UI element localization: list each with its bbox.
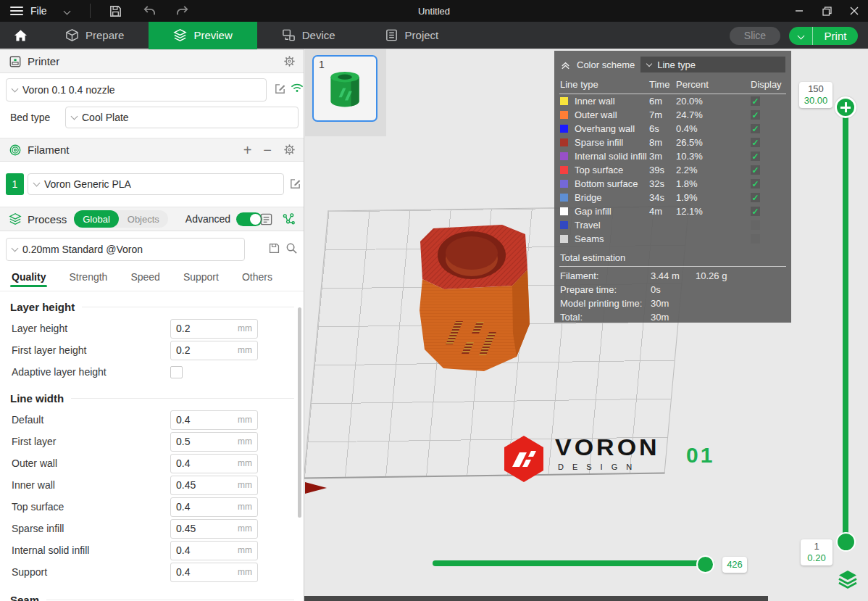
plate-thumbnail[interactable]: 1 [312,55,377,122]
restore-button[interactable] [813,0,840,22]
tab-project[interactable]: Project [360,22,464,49]
print-button[interactable]: Print [813,27,858,45]
display-checkbox[interactable]: ✓ [751,110,760,120]
filament-slot-badge[interactable]: 1 [6,173,24,195]
add-filament-button[interactable]: + [243,143,252,157]
print-dropdown-chevron-icon[interactable] [789,27,813,45]
setting-input[interactable]: 0.45mm [170,519,258,539]
display-checkbox[interactable]: ✓ [751,152,760,161]
total-value: 30m [651,298,696,309]
close-button[interactable] [840,0,868,22]
step-slider-value-bubble: 426 [722,557,747,573]
undo-icon[interactable] [141,3,157,19]
setting-row: Sparse infill0.45mm [0,518,304,539]
tab-others[interactable]: Others [242,267,272,283]
line-type-percent: 10.3% [676,151,751,162]
filament-settings-gear-icon[interactable] [283,144,296,156]
process-flow-icon[interactable] [282,212,296,226]
line-type-swatch [560,125,568,133]
save-icon[interactable] [108,3,124,19]
printer-section-header: Printer [0,49,304,73]
display-checkbox[interactable]: ✓ [751,193,760,202]
home-button[interactable] [0,29,41,42]
tab-prepare[interactable]: Prepare [41,22,149,49]
minimize-button[interactable] [785,0,813,22]
display-checkbox[interactable]: ✓ [751,138,760,147]
slice-button[interactable]: Slice [730,27,780,45]
total-value: 3.44 m [651,270,696,281]
line-type-time: 32s [649,178,676,189]
tab-strength[interactable]: Strength [69,267,107,283]
legend-row: Seams [560,232,785,246]
line-type-swatch [560,235,568,243]
setting-label: Inner wall [12,479,55,491]
setting-checkbox[interactable] [170,366,183,378]
process-scope-toggle: Global Objects [74,210,168,228]
tab-quality[interactable]: Quality [12,267,46,283]
layer-slider-top-handle[interactable] [835,96,856,118]
setting-input[interactable]: 0.4mm [170,410,258,430]
setting-input[interactable]: 0.4mm [170,541,258,560]
tab-preview[interactable]: Preview [149,22,256,49]
display-checkbox[interactable]: ✓ [751,207,760,216]
total-label: Model printing time: [560,298,651,309]
layer-slider-track[interactable] [843,107,848,542]
sidebar: Printer Voron 0.1 0.4 nozzle Bed type Co… [0,49,304,601]
setting-input[interactable]: 0.4mm [170,497,258,517]
step-slider-handle[interactable] [696,555,714,573]
line-type-label: Outer wall [575,109,649,120]
bed-type-select[interactable]: Cool Plate [65,107,299,128]
file-menu[interactable]: File [30,5,47,17]
total-label: Total: [560,312,651,323]
setting-input[interactable]: 0.45mm [170,476,258,495]
scope-global-button[interactable]: Global [74,210,119,228]
display-checkbox[interactable]: ✓ [751,179,760,188]
setting-label: Adaptive layer height [12,366,107,378]
remove-filament-button[interactable]: − [263,143,272,157]
line-type-time: 6s [649,123,676,134]
search-preset-icon[interactable] [285,242,298,254]
parameter-table-icon[interactable] [259,212,273,226]
setting-input[interactable]: 0.4mm [170,454,258,473]
setting-row: First layer height0.2mm [0,339,304,361]
group-title-partial: Seam [10,592,294,601]
slicer-window: File Untitled [0,0,868,601]
settings-scrollbar[interactable] [298,307,301,518]
legend-row: Bottom surface32s1.8%✓ [560,177,785,191]
printer-edit-icon[interactable] [274,83,286,95]
filament-edit-icon[interactable] [289,178,301,190]
redo-icon[interactable] [175,3,191,19]
display-checkbox[interactable]: ✓ [751,124,760,133]
line-type-time: 34s [649,192,676,203]
display-checkbox[interactable]: ✓ [751,165,760,175]
advanced-toggle[interactable] [236,212,262,226]
scope-objects-button[interactable]: Objects [119,210,168,228]
menu-icon[interactable] [10,7,23,15]
printer-settings-gear-icon[interactable] [283,55,296,67]
process-preset-select[interactable]: 0.20mm Standard @Voron [6,238,245,261]
line-type-swatch [560,111,568,119]
color-scheme-select[interactable]: Line type [640,57,785,72]
filament-preset-select[interactable]: Voron Generic PLA [28,173,284,195]
setting-label: Internal solid infill [12,544,89,556]
layers-view-button[interactable] [838,570,858,589]
printer-preset-select[interactable]: Voron 0.1 0.4 nozzle [6,78,267,101]
display-checkbox[interactable] [751,234,760,244]
collapse-panel-icon[interactable] [560,59,571,70]
setting-input[interactable]: 0.4mm [170,563,258,582]
tab-device[interactable]: Device [257,22,360,49]
line-type-time: 8m [649,137,676,148]
setting-input[interactable]: 0.2mm [170,341,258,360]
setting-input[interactable]: 0.5mm [170,432,258,452]
display-checkbox[interactable]: ✓ [751,96,760,106]
setting-input[interactable]: 0.2mm [170,319,258,339]
layer-slider-bottom-handle[interactable] [836,532,856,552]
display-checkbox[interactable] [751,220,760,230]
tab-support[interactable]: Support [183,267,219,283]
step-slider-track[interactable] [433,560,714,566]
file-menu-chevron-icon[interactable] [63,7,70,14]
tab-speed[interactable]: Speed [130,267,159,283]
printer-wifi-icon[interactable] [291,83,304,93]
setting-row: Support0.4mm [0,561,304,583]
save-preset-icon[interactable] [268,242,280,254]
